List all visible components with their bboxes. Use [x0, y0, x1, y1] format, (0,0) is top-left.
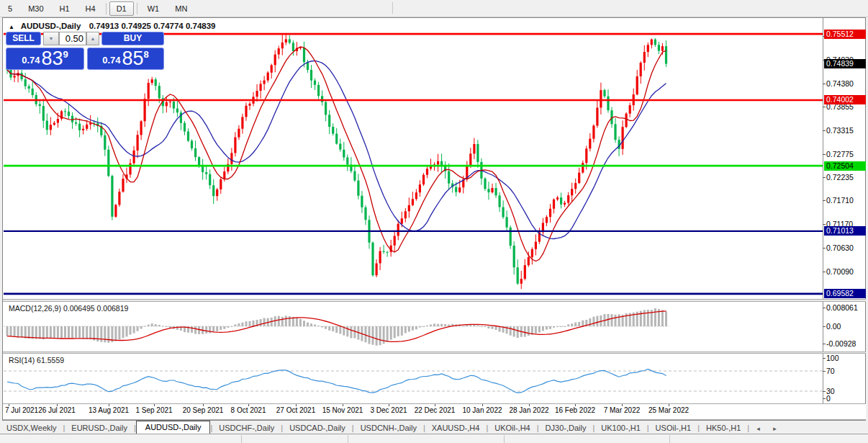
volume-input[interactable]: [59, 32, 86, 45]
macd-axis-tickmark: [823, 326, 826, 327]
x-axis-label: 28 Jan 2022: [509, 406, 548, 414]
x-axis-tickmark: [57, 404, 58, 406]
x-axis-label: 15 Nov 2021: [322, 406, 363, 414]
x-axis-tickmark: [669, 404, 669, 406]
timeframe-button-h1[interactable]: H1: [53, 1, 77, 16]
rsi-indicator-pane[interactable]: [4, 354, 823, 403]
symbol-tab-ukoil-h4[interactable]: UKOil-,H4: [488, 422, 537, 434]
x-axis-label: 16 Feb 2022: [555, 406, 595, 414]
chart-title: ▲ AUDUSD-,Daily 0.74913 0.74925 0.74774 …: [9, 22, 216, 30]
symbol-tab-usdx-weekly[interactable]: USDX,Weekly: [0, 422, 63, 434]
candles-layer: [6, 34, 667, 289]
x-axis-label: 10 Jan 2022: [462, 406, 502, 414]
x-axis-tickmark: [154, 404, 155, 406]
tab-separator: |: [747, 422, 749, 434]
timeframe-button-w1[interactable]: W1: [140, 1, 167, 16]
x-axis-tickmark: [296, 404, 297, 406]
x-axis-tickmark: [203, 404, 204, 406]
buy-price-base: 0.74: [102, 55, 120, 66]
y-axis-tickmark: [823, 84, 826, 84]
x-axis-label: 25 Mar 2022: [648, 406, 689, 414]
macd-axis-label: 0.008061: [826, 303, 867, 312]
x-axis-label: 22 Dec 2021: [415, 406, 456, 414]
macd-values: 0.006495 0.006819: [63, 304, 129, 313]
timeframe-button-5[interactable]: 5: [1, 1, 19, 16]
rsi-axis-label: 0: [826, 394, 867, 403]
sell-price-base: 0.74: [22, 55, 40, 66]
y-axis-tick-label: 0.71710: [826, 196, 867, 205]
rsi-label: RSI(14) 61.5559: [9, 356, 64, 364]
sell-button[interactable]: SELL: [6, 32, 41, 45]
symbol-tab-usdchf-daily[interactable]: USDCHF-,Daily: [212, 422, 281, 434]
x-axis-tickmark: [248, 404, 249, 406]
buy-button[interactable]: BUY: [101, 32, 164, 45]
y-axis-tick-label: 0.70630: [826, 243, 867, 252]
price-level-box: 0.72504: [824, 161, 866, 171]
x-axis-label: 8 Oct 2021: [231, 406, 266, 414]
x-axis-tickmark: [482, 404, 483, 406]
sell-price-pip: 9: [63, 49, 68, 60]
ma-fast-line: [7, 47, 666, 261]
sell-price-display[interactable]: 0.74 83 9: [6, 48, 84, 70]
bottom-strip-separator: [241, 435, 242, 443]
y-axis-tickmark: [823, 272, 826, 272]
x-axis-label: 3 Dec 2021: [370, 406, 407, 414]
pane-separator[interactable]: [3, 299, 866, 302]
x-axis-tickmark: [622, 404, 623, 406]
timeframe-button-h4[interactable]: H4: [78, 1, 103, 16]
buy-price-pip: 8: [144, 49, 149, 60]
macd-name: MACD(12,26,9): [9, 304, 61, 313]
rsi-axis-tickmark: [823, 358, 826, 359]
symbol-tab-uk100-h1[interactable]: UK100-,H1: [595, 422, 646, 434]
y-axis-tick-label: 0.72235: [826, 173, 867, 182]
symbol-tab-audusd-daily[interactable]: AUDUSD-,Daily: [136, 421, 211, 434]
trading-platform-screen: 5M30H1H4D1W1MN ▲ AUDUSD-,Daily 0.74913 0…: [0, 0, 868, 443]
tab-scroll-arrows[interactable]: ◂ ▸: [756, 425, 782, 434]
symbol-tab-dj30-daily[interactable]: DJ30-,Daily: [539, 422, 593, 434]
symbol-tab-xauusd-h4[interactable]: XAUUSD-,H4: [425, 422, 487, 434]
timeframe-button-m30[interactable]: M30: [21, 1, 50, 16]
timeframe-button-mn[interactable]: MN: [168, 1, 194, 16]
price-level-box: 0.71013: [824, 226, 866, 236]
x-axis-tickmark: [435, 404, 435, 406]
symbol-tab-usoil-h1[interactable]: USOil-,H1: [649, 422, 698, 434]
x-axis-label: 13 Aug 2021: [89, 406, 129, 414]
symbol-tab-hk50-h1[interactable]: HK50-,H1: [700, 422, 747, 434]
rsi-name: RSI(14): [9, 356, 35, 364]
price-level-box: 0.74839: [824, 59, 866, 68]
bottom-strip: [0, 434, 868, 443]
symbol-tab-usdcad-daily[interactable]: USDCAD-,Daily: [283, 422, 352, 434]
rsi-value: 61.5559: [37, 356, 64, 364]
symbol-tab-usdcnh-daily[interactable]: USDCNH-,Daily: [354, 422, 423, 434]
pane-separator[interactable]: [3, 352, 866, 354]
bottom-strip-separator: [348, 435, 348, 443]
x-axis-tickmark: [389, 404, 389, 406]
macd-axis-tickmark: [823, 344, 826, 344]
rsi-axis-label: 70: [826, 367, 867, 375]
time-axis[interactable]: 7 Jul 202126 Jul 202113 Aug 20211 Sep 20…: [3, 404, 866, 420]
volume-decrease-icon[interactable]: ▼: [43, 32, 59, 45]
price-axis-border: [823, 18, 823, 420]
buy-price-big: 85: [122, 50, 144, 68]
price-level-box: 0.69582: [824, 289, 866, 298]
collapse-chart-icon[interactable]: ▲: [9, 24, 14, 30]
y-axis-tickmark: [823, 107, 826, 107]
x-axis-label: 20 Sep 2021: [183, 406, 224, 414]
x-axis-tickmark: [575, 404, 576, 406]
rsi-axis-tickmark: [823, 391, 826, 392]
timeframe-button-d1[interactable]: D1: [109, 1, 134, 16]
price-level-box: 0.75512: [824, 30, 866, 39]
buy-price-display[interactable]: 0.74 85 8: [87, 48, 164, 70]
price-level-box: 0.74002: [824, 95, 866, 104]
one-click-trade-panel: SELL ▼ ▲ BUY 0.74 83 9 0.74 85 8: [6, 32, 164, 70]
y-axis-tick-label: 0.73315: [826, 126, 867, 135]
y-axis-tickmark: [823, 224, 826, 225]
x-axis-tickmark: [529, 404, 530, 406]
bottom-strip-separator: [669, 435, 670, 443]
volume-increase-icon[interactable]: ▲: [86, 32, 99, 45]
y-axis-tick-label: 0.72775: [826, 150, 867, 158]
rsi-axis-label: 100: [826, 354, 867, 362]
toolbar-separator: [137, 3, 137, 14]
symbol-tab-eurusd-daily[interactable]: EURUSD-,Daily: [65, 422, 134, 434]
x-axis-label: 1 Sep 2021: [135, 406, 172, 414]
